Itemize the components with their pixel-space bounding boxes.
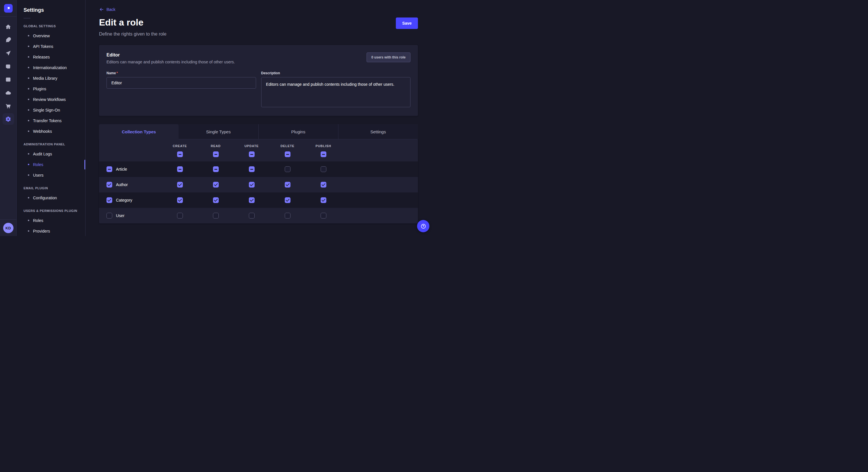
- content-manager-feather-icon[interactable]: [3, 34, 14, 45]
- row-select-checkbox[interactable]: [106, 182, 112, 188]
- author-read-checkbox[interactable]: [213, 182, 219, 188]
- users-with-role-button[interactable]: 0 users with this role: [367, 53, 410, 62]
- sidebar-item-audit-logs[interactable]: Audit Logs: [17, 148, 85, 159]
- row-select-checkbox[interactable]: [106, 197, 112, 203]
- sidebar-item-roles-admin[interactable]: Roles: [17, 159, 85, 170]
- tab-single-types[interactable]: Single Types: [179, 124, 258, 139]
- select-all-update-checkbox[interactable]: [249, 151, 255, 157]
- sidebar-item-releases[interactable]: Releases: [17, 52, 85, 62]
- bullet-icon: [28, 153, 29, 155]
- category-read-checkbox[interactable]: [213, 197, 219, 203]
- save-button[interactable]: Save: [396, 18, 418, 29]
- name-input[interactable]: [106, 77, 256, 89]
- bullet-icon: [28, 45, 29, 47]
- permissions-section: Collection Types Single Types Plugins Se…: [99, 124, 418, 224]
- cloud-icon[interactable]: [3, 87, 14, 98]
- sidebar-item-internationalization[interactable]: Internationalization: [17, 62, 85, 73]
- question-mark-icon: [420, 223, 427, 229]
- rail-bottom: KD: [0, 220, 17, 236]
- article-update-checkbox[interactable]: [249, 166, 255, 172]
- sidebar-item-api-tokens[interactable]: API Tokens: [17, 41, 85, 52]
- bullet-icon: [28, 197, 29, 198]
- app-root: KD Settings GLOBAL SETTINGS Overview API…: [0, 0, 434, 236]
- category-delete-checkbox[interactable]: [285, 197, 290, 203]
- permission-row-article: Article: [99, 162, 418, 177]
- rail-items: [3, 20, 14, 126]
- user-read-checkbox[interactable]: [213, 213, 219, 218]
- description-field-group: Description: [261, 71, 411, 108]
- strapi-logo[interactable]: [4, 4, 12, 12]
- column-header-update: UPDATE: [245, 144, 259, 148]
- section-label-administration-panel: ADMINISTRATION PANEL: [17, 136, 85, 148]
- bullet-icon: [28, 99, 29, 100]
- category-update-checkbox[interactable]: [249, 197, 255, 203]
- select-all-delete-checkbox[interactable]: [285, 151, 290, 157]
- user-publish-checkbox[interactable]: [321, 213, 327, 218]
- category-create-checkbox[interactable]: [177, 197, 183, 203]
- sidebar-item-roles-up[interactable]: Roles: [17, 215, 85, 226]
- bullet-icon: [28, 131, 29, 132]
- main-nav-rail: KD: [0, 0, 17, 236]
- row-select-checkbox[interactable]: [106, 166, 112, 172]
- section-label-users-permissions-plugin: USERS & PERMISSIONS PLUGIN: [17, 203, 85, 215]
- article-create-checkbox[interactable]: [177, 166, 183, 172]
- bullet-icon: [28, 67, 29, 68]
- sidebar-item-users[interactable]: Users: [17, 170, 85, 180]
- section-label-global-settings: GLOBAL SETTINGS: [17, 19, 85, 30]
- permissions-table-header: CREATE READ UPDATE DELETE PUBLISH: [99, 139, 418, 162]
- required-asterisk: *: [117, 71, 118, 75]
- bullet-icon: [28, 88, 29, 90]
- user-update-checkbox[interactable]: [249, 213, 255, 218]
- column-header-create: CREATE: [173, 144, 187, 148]
- permissions-table: CREATE READ UPDATE DELETE PUBLISH Articl…: [99, 139, 418, 224]
- content-type-builder-layout-icon[interactable]: [3, 74, 14, 85]
- sidebar-item-plugins[interactable]: Plugins: [17, 83, 85, 94]
- settings-gear-icon[interactable]: [3, 113, 14, 125]
- sidebar-item-single-sign-on[interactable]: Single Sign-On: [17, 105, 85, 115]
- tab-settings[interactable]: Settings: [338, 124, 418, 139]
- tab-collection-types[interactable]: Collection Types: [99, 124, 179, 139]
- sidebar-item-review-workflows[interactable]: Review Workflows: [17, 94, 85, 105]
- tab-plugins[interactable]: Plugins: [258, 124, 338, 139]
- select-all-read-checkbox[interactable]: [213, 151, 219, 157]
- name-field-label: Name*: [106, 71, 256, 75]
- send-plane-icon[interactable]: [3, 47, 14, 59]
- row-label: Author: [116, 182, 128, 187]
- strapi-logo-icon: [6, 6, 11, 11]
- bullet-icon: [28, 174, 29, 176]
- user-delete-checkbox[interactable]: [285, 213, 290, 218]
- article-publish-checkbox[interactable]: [321, 166, 327, 172]
- description-textarea[interactable]: [261, 77, 411, 107]
- home-icon[interactable]: [3, 21, 14, 32]
- bullet-icon: [28, 56, 29, 58]
- sidebar-item-providers[interactable]: Providers: [17, 226, 85, 236]
- row-label: User: [116, 213, 125, 218]
- category-publish-checkbox[interactable]: [321, 197, 327, 203]
- author-update-checkbox[interactable]: [249, 182, 255, 188]
- select-all-publish-checkbox[interactable]: [321, 151, 327, 157]
- author-create-checkbox[interactable]: [177, 182, 183, 188]
- row-select-checkbox[interactable]: [106, 213, 112, 218]
- sidebar-item-overview[interactable]: Overview: [17, 30, 85, 41]
- sidebar-item-configuration[interactable]: Configuration: [17, 193, 85, 203]
- bullet-icon: [28, 77, 29, 79]
- role-description-text: Editors can manage and publish contents …: [106, 60, 235, 64]
- sidebar-item-webhooks[interactable]: Webhooks: [17, 126, 85, 136]
- sidebar-item-transfer-tokens[interactable]: Transfer Tokens: [17, 115, 85, 126]
- author-delete-checkbox[interactable]: [285, 182, 290, 188]
- article-delete-checkbox[interactable]: [285, 166, 290, 172]
- user-avatar[interactable]: KD: [3, 223, 13, 233]
- sidebar-item-media-library[interactable]: Media Library: [17, 73, 85, 83]
- name-field-group: Name*: [106, 71, 256, 108]
- back-link[interactable]: Back: [99, 7, 115, 12]
- marketplace-cart-icon[interactable]: [3, 100, 14, 111]
- help-button[interactable]: [417, 220, 429, 232]
- author-publish-checkbox[interactable]: [321, 182, 327, 188]
- section-label-email-plugin: EMAIL PLUGIN: [17, 180, 85, 193]
- select-all-create-checkbox[interactable]: [177, 151, 183, 157]
- user-create-checkbox[interactable]: [177, 213, 183, 218]
- media-library-icon[interactable]: [3, 61, 14, 72]
- bullet-icon: [28, 164, 29, 165]
- article-read-checkbox[interactable]: [213, 166, 219, 172]
- back-arrow-icon: [99, 7, 104, 12]
